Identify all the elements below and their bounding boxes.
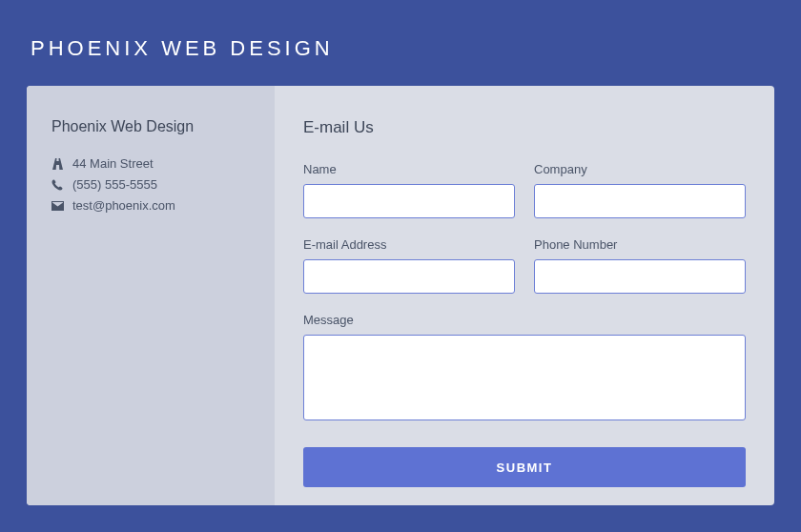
submit-button[interactable]: SUBMIT — [303, 447, 746, 487]
address-line: 44 Main Street — [51, 156, 250, 171]
company-name: Phoenix Web Design — [51, 118, 250, 135]
envelope-icon — [51, 201, 67, 211]
email-label: E-mail Address — [303, 237, 515, 252]
company-input[interactable] — [534, 184, 746, 218]
phone-text: (555) 555-5555 — [72, 177, 157, 192]
phone-label: Phone Number — [534, 237, 746, 252]
name-field-group: Name — [303, 162, 515, 218]
phone-field-group: Phone Number — [534, 237, 746, 294]
address-text: 44 Main Street — [72, 156, 154, 171]
form-heading: E-mail Us — [303, 118, 746, 137]
email-text: test@phoenix.com — [72, 198, 175, 213]
form-row-2: E-mail Address Phone Number — [303, 237, 746, 294]
contact-form: E-mail Us Name Company E-mail Address Ph… — [275, 86, 774, 505]
company-label: Company — [534, 162, 746, 176]
email-input[interactable] — [303, 259, 515, 294]
name-input[interactable] — [303, 184, 515, 218]
form-row-3: Message — [303, 313, 746, 420]
phone-line: (555) 555-5555 — [51, 177, 250, 192]
company-field-group: Company — [534, 162, 746, 218]
message-input[interactable] — [303, 335, 746, 420]
name-label: Name — [303, 162, 515, 176]
message-field-group: Message — [303, 313, 746, 420]
page-title: PHOENIX WEB DESIGN — [0, 0, 801, 61]
contact-card: Phoenix Web Design 44 Main Street (555) … — [27, 86, 774, 505]
phone-icon — [51, 179, 67, 191]
road-icon — [51, 158, 67, 170]
form-row-1: Name Company — [303, 162, 746, 218]
email-field-group: E-mail Address — [303, 237, 515, 294]
message-label: Message — [303, 313, 746, 327]
email-line: test@phoenix.com — [51, 198, 250, 213]
contact-info-sidebar: Phoenix Web Design 44 Main Street (555) … — [27, 86, 275, 505]
phone-input[interactable] — [534, 259, 746, 294]
